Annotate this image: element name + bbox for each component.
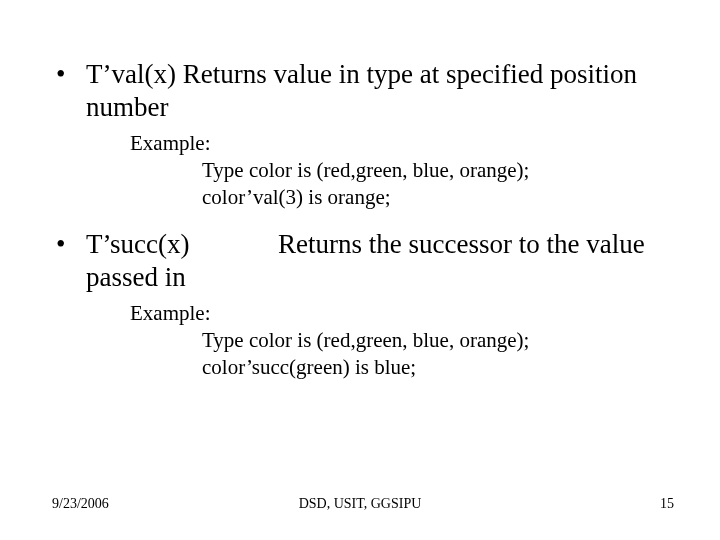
example-line: Type color is (red,green, blue, orange); (202, 157, 680, 184)
footer-page: 15 (660, 496, 674, 512)
footer-center: DSD, USIT, GGSIPU (0, 496, 720, 512)
example-label: Example: (130, 300, 680, 327)
slide: • T’val(x) Returns value in type at spec… (0, 0, 720, 540)
bullet-marker: • (52, 228, 86, 294)
example-line: Type color is (red,green, blue, orange); (202, 327, 680, 354)
footer: 9/23/2006 DSD, USIT, GGSIPU 15 (0, 496, 720, 514)
content-area: • T’val(x) Returns value in type at spec… (52, 58, 680, 398)
example-block: Example: Type color is (red,green, blue,… (130, 130, 680, 212)
bullet-text: T’succ(x)Returns the successor to the va… (86, 228, 680, 294)
example-line: color’succ(green) is blue; (202, 354, 680, 381)
example-label: Example: (130, 130, 680, 157)
bullet-item: • T’val(x) Returns value in type at spec… (52, 58, 680, 124)
example-block: Example: Type color is (red,green, blue,… (130, 300, 680, 382)
example-line: color’val(3) is orange; (202, 184, 680, 211)
bullet-name: T’succ(x) (86, 228, 278, 261)
bullet-item: • T’succ(x)Returns the successor to the … (52, 228, 680, 294)
bullet-marker: • (52, 58, 86, 124)
bullet-text: T’val(x) Returns value in type at specif… (86, 58, 680, 124)
